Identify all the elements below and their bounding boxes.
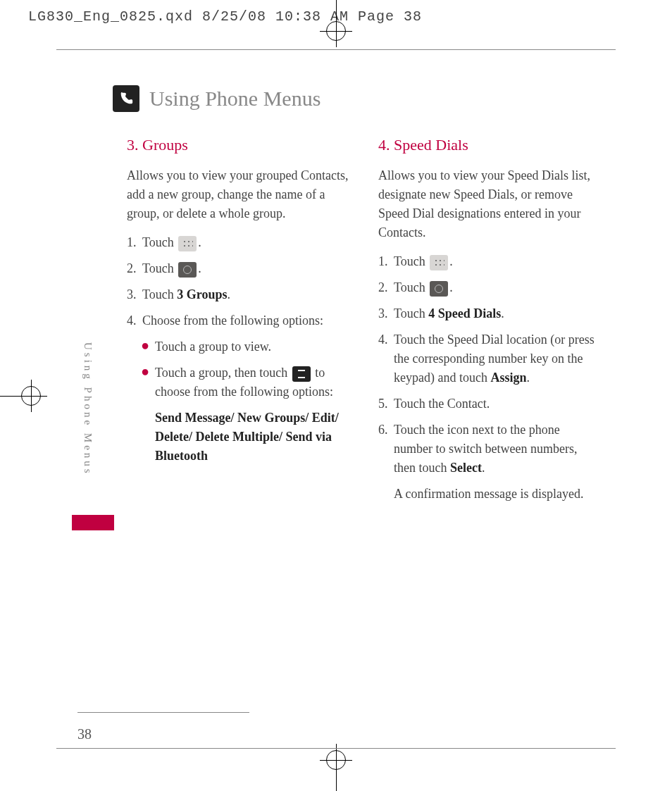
crop-mark-left [0,375,42,417]
phone-icon [113,85,139,112]
sd-step-2: 2. Touch . [378,278,602,297]
speed-dials-intro: Allows you to view your Speed Dials list… [378,166,602,242]
text: . [501,306,504,320]
groups-step-2: 2. Touch . [127,259,350,278]
bold-text: Select [450,461,482,475]
text: Touch [394,280,428,294]
sd-step-1: 1. Touch . [378,252,602,271]
text: . [526,370,530,385]
text: Touch [142,261,177,275]
text: . [198,235,201,249]
groups-bullet-2: ● Touch a group, then touch to choose fr… [141,363,350,401]
text: Touch [142,235,177,249]
footer-rule [77,712,249,713]
options-icon [292,366,311,382]
text: Touch a group, then touch [155,366,291,380]
bold-text: 4 Speed Dials [428,306,501,320]
sd-step-4: 4. Touch the Speed Dial location (or pre… [378,330,602,387]
crop-mark-bottom [315,749,357,791]
groups-step-1: 1. Touch . [127,233,350,252]
text: Touch [394,306,428,320]
groups-heading: 3. Groups [127,133,350,156]
column-left: 3. Groups Allows you to view your groupe… [127,133,350,511]
bold-text: 3 Groups [177,287,227,301]
crop-mark-top [315,0,357,42]
page-number: 38 [77,726,92,742]
text: . [449,254,453,268]
text: . [198,261,201,275]
page-title-text: Using Phone Menus [149,87,321,111]
groups-bullet-1: ● Touch a group to view. [141,337,350,356]
confirmation-text: A confirmation message is displayed. [394,485,602,504]
contacts-icon [430,281,448,297]
text: . [482,461,485,475]
groups-step-3: 3. Touch 3 Groups. [127,285,350,304]
groups-step-4: 4. Choose from the following options: [127,311,350,330]
speed-dials-heading: 4. Speed Dials [378,133,602,156]
page-frame: Using Phone Menus Using Phone Menus 3. G… [56,49,616,749]
sd-step-6: 6. Touch the icon next to the phone numb… [378,421,602,504]
groups-options-list: Send Message/ New Groups/ Edit/ Delete/ … [155,409,350,466]
groups-intro: Allows you to view your grouped Contacts… [127,166,350,223]
menu-grid-icon [178,236,197,251]
text: . [449,280,453,294]
bold-text: Assign [490,370,526,385]
column-right: 4. Speed Dials Allows you to view your S… [378,133,602,511]
text: Touch [142,287,177,301]
text: . [227,287,230,301]
contacts-icon [178,262,197,278]
text: Touch a group to view. [155,337,271,356]
menu-grid-icon [430,255,448,270]
side-accent-bar [72,515,114,530]
text: Touch [394,254,428,268]
sd-step-5: 5. Touch the Contact. [378,394,602,413]
text: Touch the icon next to the phone number … [394,423,577,475]
sd-step-3: 3. Touch 4 Speed Dials. [378,304,602,323]
page-title-row: Using Phone Menus [113,85,616,112]
side-section-label: Using Phone Menus [82,342,94,476]
